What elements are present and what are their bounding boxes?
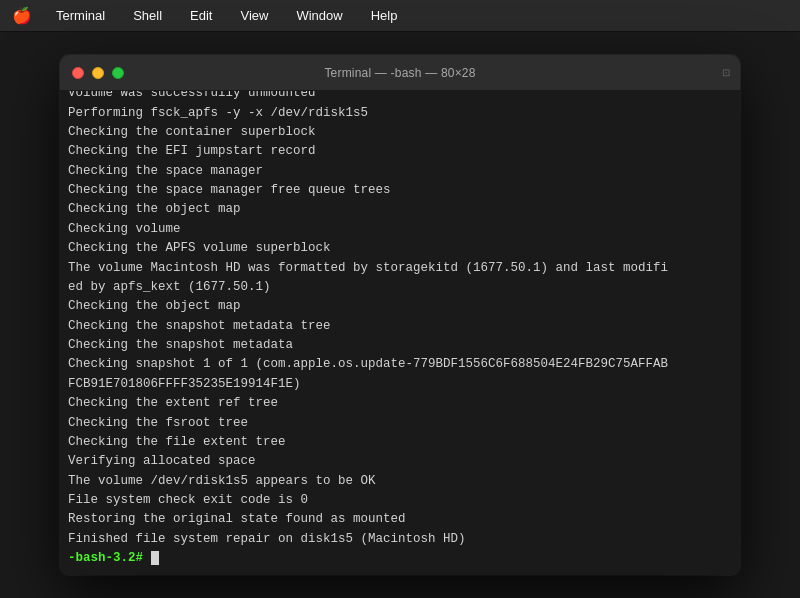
menu-window[interactable]: Window: [292, 6, 346, 25]
terminal-line: FCB91E701806FFFF35235E19914F1E): [68, 375, 732, 394]
terminal-content[interactable]: -bash-3.2# diskutil repairVolume '/Volum…: [60, 91, 740, 575]
menubar: 🍎 Terminal Shell Edit View Window Help: [0, 0, 800, 32]
close-button[interactable]: [72, 67, 84, 79]
terminal-line: Volume was successfully unmounted: [68, 91, 732, 104]
terminal-window: Terminal — -bash — 80×28 ⊡ -bash-3.2# di…: [60, 55, 740, 575]
terminal-line: Checking the object map: [68, 297, 732, 316]
terminal-line: Checking the EFI jumpstart record: [68, 142, 732, 161]
terminal-line: Checking the extent ref tree: [68, 394, 732, 413]
terminal-line: -bash-3.2#: [68, 549, 732, 568]
resize-icon[interactable]: ⊡: [722, 67, 730, 78]
terminal-line: The volume Macintosh HD was formatted by…: [68, 259, 732, 278]
minimize-button[interactable]: [92, 67, 104, 79]
terminal-line: File system check exit code is 0: [68, 491, 732, 510]
terminal-line: Performing fsck_apfs -y -x /dev/rdisk1s5: [68, 104, 732, 123]
maximize-button[interactable]: [112, 67, 124, 79]
terminal-line: Checking the APFS volume superblock: [68, 239, 732, 258]
terminal-line: Checking the container superblock: [68, 123, 732, 142]
menu-shell[interactable]: Shell: [129, 6, 166, 25]
terminal-line: Checking the space manager free queue tr…: [68, 181, 732, 200]
terminal-line: Restoring the original state found as mo…: [68, 510, 732, 529]
apple-menu-icon[interactable]: 🍎: [12, 6, 32, 25]
terminal-line: The volume /dev/rdisk1s5 appears to be O…: [68, 472, 732, 491]
menu-help[interactable]: Help: [367, 6, 402, 25]
cursor: [151, 551, 159, 565]
terminal-line: Finished file system repair on disk1s5 (…: [68, 530, 732, 549]
prompt: -bash-3.2#: [68, 551, 151, 565]
menu-edit[interactable]: Edit: [186, 6, 216, 25]
menu-terminal[interactable]: Terminal: [52, 6, 109, 25]
terminal-line: Checking the file extent tree: [68, 433, 732, 452]
desktop: Terminal — -bash — 80×28 ⊡ -bash-3.2# di…: [0, 32, 800, 598]
terminal-line: Checking the object map: [68, 200, 732, 219]
terminal-line: Checking volume: [68, 220, 732, 239]
terminal-line: Checking the space manager: [68, 162, 732, 181]
terminal-line: Checking snapshot 1 of 1 (com.apple.os.u…: [68, 355, 732, 374]
terminal-line: Checking the snapshot metadata: [68, 336, 732, 355]
menu-view[interactable]: View: [236, 6, 272, 25]
terminal-line: Checking the snapshot metadata tree: [68, 317, 732, 336]
terminal-line: ed by apfs_kext (1677.50.1): [68, 278, 732, 297]
traffic-lights: [72, 67, 124, 79]
titlebar: Terminal — -bash — 80×28 ⊡: [60, 55, 740, 91]
window-title: Terminal — -bash — 80×28: [324, 66, 475, 80]
terminal-line: Verifying allocated space: [68, 452, 732, 471]
terminal-line: Checking the fsroot tree: [68, 414, 732, 433]
